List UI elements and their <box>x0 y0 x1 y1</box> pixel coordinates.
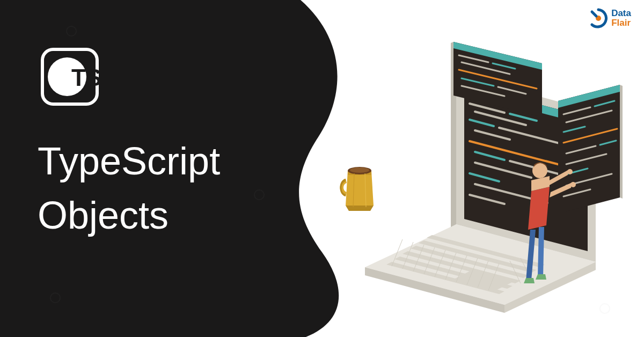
brand-line-2: Flair <box>611 18 631 28</box>
svg-marker-39 <box>451 74 456 227</box>
svg-marker-83 <box>528 187 550 230</box>
heading-line-1: TypeScript <box>38 134 220 188</box>
svg-marker-57 <box>451 42 453 97</box>
illustration-laptop-code <box>343 36 623 316</box>
watermark-icon <box>48 291 62 305</box>
heading-line-2: Objects <box>38 188 220 243</box>
svg-point-87 <box>567 169 573 174</box>
brand-logo: Data Flair <box>588 8 631 29</box>
brand-logo-icon <box>588 8 609 29</box>
svg-point-4 <box>67 26 76 36</box>
code-window-right <box>558 85 623 214</box>
svg-point-6 <box>254 190 264 200</box>
watermark-icon <box>252 188 266 202</box>
watermark-icon <box>64 24 78 38</box>
typescript-icon: TS <box>40 47 99 106</box>
svg-point-5 <box>50 293 60 303</box>
svg-text:TS: TS <box>71 64 99 91</box>
svg-point-88 <box>570 182 576 187</box>
svg-marker-80 <box>538 227 544 277</box>
brand-text: Data Flair <box>611 9 631 28</box>
brand-line-1: Data <box>611 9 631 18</box>
page-title: TypeScript Objects <box>38 134 220 243</box>
svg-marker-67 <box>620 85 623 199</box>
